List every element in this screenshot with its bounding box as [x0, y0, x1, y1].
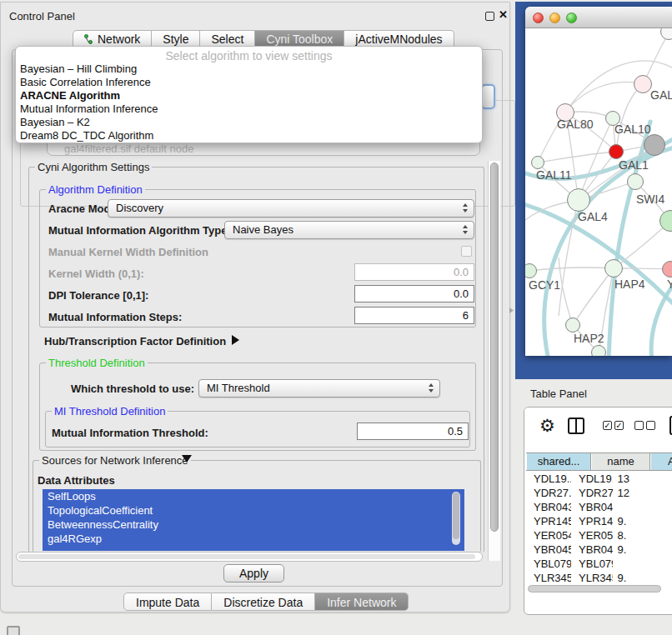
gear-icon[interactable]: ⚙ [539, 416, 555, 436]
table-cell: YER054C [571, 528, 612, 542]
attribute-list-item[interactable]: gal4RGexp [43, 532, 464, 546]
network-node-label: GAL80 [557, 118, 594, 131]
table-cell: YLR345W [571, 571, 612, 582]
network-node-label: HAP2 [574, 332, 604, 345]
network-node[interactable] [609, 144, 624, 159]
table-cell: YLR345W [526, 571, 571, 582]
table-horizontal-scrollbar[interactable] [526, 584, 672, 594]
network-node-label: GAL [650, 88, 672, 102]
algorithm-option[interactable]: ARACNE Algorithm [16, 89, 482, 102]
data-attributes-label: Data Attributes [38, 474, 115, 487]
settings-vertical-scrollbar[interactable] [488, 161, 500, 561]
column-header-name[interactable]: name [591, 453, 650, 470]
which-threshold-combo[interactable]: MI Threshold [198, 379, 440, 398]
table-cell: 13 [613, 472, 672, 486]
table-rows: YDL19...YDL19...13YDR27...YDR27...12YBR0… [526, 472, 672, 582]
close-icon[interactable]: ✕ [499, 8, 508, 21]
network-node[interactable] [531, 156, 544, 169]
mi-algorithm-type-combo[interactable]: Naive Bayes [224, 221, 474, 239]
table-row[interactable]: YBR045CYBR045C9. [526, 542, 672, 557]
unchecked-checkbox-icon[interactable] [634, 421, 644, 430]
algorithm-option[interactable]: Dream8 DC_TDC Algorithm [16, 129, 482, 142]
split-columns-icon[interactable] [568, 418, 584, 434]
network-node-label: GAL11 [536, 168, 572, 182]
float-window-icon[interactable] [485, 12, 494, 21]
algorithm-option[interactable]: Bayesian – Hill Climbing [16, 62, 482, 76]
attribute-list-item[interactable]: BetweennessCentrality [43, 518, 464, 532]
table-row[interactable]: YDL19...YDL19...13 [526, 472, 672, 486]
algorithm-definition-title: Algorithm Definition [46, 183, 145, 196]
spinner-arrows-icon [429, 383, 434, 392]
dpi-tolerance-field[interactable]: 0.0 [354, 285, 474, 302]
column-header-shared...[interactable]: shared... [526, 453, 591, 470]
algorithm-dropdown-popup: Select algorithm to view settings Bayesi… [15, 46, 483, 143]
table-cell: YDR27... [526, 486, 571, 500]
spinner-arrows-icon [463, 225, 468, 234]
unchecked-checkbox-icon[interactable] [646, 421, 655, 430]
network-node[interactable] [644, 134, 665, 156]
expand-right-icon[interactable] [232, 335, 239, 345]
table-row[interactable]: YPR145WYPR145W9. [526, 514, 672, 528]
table-row[interactable]: YER054CYER054C8. [526, 528, 672, 542]
table-cell: YER054C [526, 528, 571, 542]
network-node-label: Y [667, 278, 672, 291]
tab-impute-data[interactable]: Impute Data [123, 592, 212, 611]
control-panel-title: Control Panel [9, 10, 75, 22]
spinner-arrows-icon [463, 203, 468, 212]
table-cell: YPR145W [526, 514, 571, 528]
threshold-definition-title: Threshold Definition [46, 357, 148, 369]
tab-discretize-data[interactable]: Discretize Data [212, 592, 315, 611]
checked-checkbox-icon[interactable]: ✓ [603, 421, 612, 430]
mi-steps-field[interactable]: 6 [354, 307, 474, 324]
minimized-panel-icon[interactable] [7, 626, 20, 635]
tab-infer-network[interactable]: Infer Network [315, 592, 409, 611]
zoom-traffic-light[interactable] [566, 12, 577, 23]
checked-checkbox-icon[interactable]: ✓ [614, 421, 624, 430]
table-cell: YDR27... [571, 486, 612, 500]
mi-steps-label: Mutual Information Steps: [48, 311, 182, 323]
aracne-mode-combo[interactable]: Discovery [108, 199, 474, 218]
network-node-label: GAL4 [578, 210, 608, 223]
hub-definition-label[interactable]: Hub/Transcription Factor Definition [44, 335, 226, 348]
mi-threshold-label: Mutual Information Threshold: [52, 427, 208, 439]
table-cell [613, 500, 672, 514]
algorithm-option[interactable]: Basic Correlation Inference [16, 76, 482, 89]
table-row[interactable]: YDR27...YDR27...12 [526, 486, 672, 500]
network-icon [84, 34, 93, 45]
kernel-width-field[interactable]: 0.0 [354, 263, 474, 281]
panel-divider-handle[interactable] [509, 308, 514, 313]
focused-combo-fragment[interactable] [481, 84, 495, 109]
apply-button[interactable]: Apply [223, 564, 284, 582]
close-traffic-light[interactable] [533, 12, 544, 23]
algorithm-option[interactable]: Mutual Information Inference [16, 102, 482, 116]
column-header-A[interactable]: A [650, 453, 672, 470]
settings-horizontal-scrollbar[interactable] [16, 552, 483, 562]
minimize-traffic-light[interactable] [549, 12, 560, 23]
table-cell: YBL079W [526, 557, 571, 571]
network-canvas[interactable]: GALGAL80GAL10GAL1GAL11SWI4GAL4GCY1HAP4YH… [525, 28, 672, 356]
table-row[interactable]: YBL079WYBL079W [526, 557, 672, 571]
algorithm-popup-placeholder: Select algorithm to view settings [16, 47, 482, 62]
network-node[interactable] [627, 173, 644, 190]
data-attributes-list[interactable]: SelfLoopsTopologicalCoefficientBetweenne… [43, 489, 464, 551]
table-toolbar: ⚙ ✓ ✓ [524, 408, 672, 448]
network-node[interactable] [591, 345, 606, 356]
attributes-list-scrollbar[interactable] [452, 492, 460, 545]
network-node[interactable] [567, 188, 590, 212]
table-row[interactable]: YLR345WYLR345W9. [526, 571, 672, 582]
table-row[interactable]: YBR043CYBR043C [526, 500, 672, 514]
network-node[interactable] [565, 318, 580, 332]
collapse-down-icon[interactable] [182, 455, 192, 462]
manual-kernel-width-checkbox[interactable] [461, 246, 472, 257]
network-node-label: HAP4 [614, 278, 645, 291]
table-cell: YBR045C [571, 542, 612, 557]
algorithm-popup-items: Bayesian – Hill ClimbingBasic Correlatio… [16, 62, 482, 142]
network-node[interactable] [604, 259, 623, 278]
attribute-list-item[interactable]: SelfLoops [43, 489, 464, 503]
network-node[interactable] [634, 75, 652, 93]
network-window-titlebar[interactable] [525, 7, 672, 28]
algorithm-option[interactable]: Bayesian – K2 [16, 116, 482, 129]
attribute-list-item[interactable]: TopologicalCoefficient [43, 503, 464, 518]
table-cell: YBR043C [571, 500, 612, 514]
mi-threshold-field[interactable]: 0.5 [357, 422, 469, 440]
